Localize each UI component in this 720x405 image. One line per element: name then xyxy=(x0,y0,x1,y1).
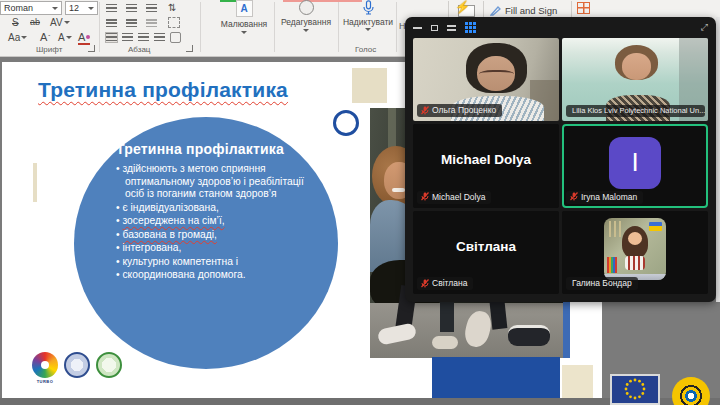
participant-tile-active-speaker[interactable]: I Iryna Maloman xyxy=(562,124,708,207)
photo-detail xyxy=(432,336,458,349)
chevron-down-icon xyxy=(66,36,72,39)
muted-mic-icon xyxy=(421,106,429,115)
shrink-label: A xyxy=(58,32,65,43)
font-color-label: A xyxy=(78,31,85,43)
strikethrough-button[interactable]: S xyxy=(12,17,19,28)
editing-label: Редагування xyxy=(281,17,331,27)
circle-outline-shape xyxy=(333,110,359,136)
align-center-button[interactable] xyxy=(122,33,133,42)
justify-button[interactable] xyxy=(154,33,165,42)
screen: Roman 12 S ab AV Aa Aˆ A A Шрифт ⇅ xyxy=(0,0,720,405)
avatar: I xyxy=(609,137,661,189)
fill-and-sign-label: Fill and Sign xyxy=(505,5,557,16)
participant-name-label: Iryna Maloman xyxy=(566,191,643,204)
font-name-combo[interactable]: Roman xyxy=(0,1,62,15)
character-spacing-button[interactable]: AV xyxy=(50,17,70,28)
participant-name-label: Lilia Klos Lviv Polytechnic National Un.… xyxy=(566,105,705,117)
chevron-down-icon xyxy=(21,36,27,39)
photo-detail xyxy=(625,256,645,270)
bubble-heading: Третинна профілактика xyxy=(116,141,308,157)
minimize-button[interactable] xyxy=(413,27,422,29)
turbo-logo: TURBO xyxy=(32,352,58,384)
participant-tile[interactable]: Lilia Klos Lviv Polytechnic National Un.… xyxy=(562,38,708,121)
photo-detail xyxy=(628,232,642,245)
zoom-meeting-window[interactable]: ⤢ Ольга Проценко xyxy=(405,17,716,302)
dictate-button[interactable]: Надиктувати xyxy=(340,0,396,44)
font-name-value: Roman xyxy=(4,3,52,13)
avatar-initial: I xyxy=(631,147,638,178)
trident-icon xyxy=(609,221,621,237)
sort-button[interactable]: ⇅ xyxy=(168,2,176,13)
restore-button[interactable] xyxy=(431,25,438,31)
line-spacing-button[interactable] xyxy=(146,19,157,28)
chevron-down-icon xyxy=(241,31,247,34)
ukraine-flag-icon xyxy=(649,222,662,231)
numbered-list-button[interactable] xyxy=(126,4,137,13)
participant-tile[interactable]: Галина Бондар xyxy=(562,211,708,294)
spacing-label: AV xyxy=(50,17,63,28)
fill-and-sign-button[interactable]: Fill and Sign xyxy=(490,5,557,16)
turbo-swirl-icon xyxy=(32,352,58,378)
shrink-font-button[interactable]: A xyxy=(58,32,72,43)
participant-tile[interactable]: Світлана Світлана xyxy=(413,211,559,294)
align-right-button[interactable] xyxy=(138,33,149,42)
participant-name: Michael Dolya xyxy=(432,192,485,202)
bullet-item: культурно компетентна і xyxy=(116,256,308,269)
zoom-titlebar: ⤢ xyxy=(405,17,716,38)
drawing-button[interactable]: A Малювання xyxy=(214,0,274,44)
lightning-icon: ⚡ xyxy=(455,0,470,14)
pen-nib-icon xyxy=(490,5,501,16)
bubble-shape: Третинна профілактика здійснюють з метою… xyxy=(74,117,338,369)
university-seal-logo xyxy=(64,352,90,378)
chevron-down-icon xyxy=(52,7,58,10)
align-left-button[interactable] xyxy=(106,33,117,42)
bullet-item: скоординована допомога. xyxy=(116,269,308,282)
participant-name: Ольга Проценко xyxy=(432,105,496,115)
change-case-button[interactable]: Aa xyxy=(8,32,27,43)
bullet-list-button[interactable] xyxy=(106,4,117,13)
text-box-button[interactable] xyxy=(168,17,180,28)
participant-name-label: Галина Бондар xyxy=(566,277,638,290)
photo-detail xyxy=(392,188,405,192)
beige-square-shape xyxy=(352,68,387,103)
photo-detail xyxy=(479,70,514,80)
increase-indent-button[interactable] xyxy=(126,19,137,28)
round-partner-logo xyxy=(672,377,710,405)
expand-button[interactable]: ⤢ xyxy=(701,22,708,33)
participant-display-name: Michael Dolya xyxy=(413,152,559,167)
quick-action-button[interactable]: ⚡ xyxy=(455,2,477,18)
photo-detail xyxy=(607,257,617,273)
font-size-combo[interactable]: 12 xyxy=(65,1,98,15)
view-menu-button[interactable] xyxy=(447,25,456,31)
eu-stars-icon xyxy=(612,376,658,403)
bullet-item: зосереджена на сім’ї, xyxy=(116,215,308,228)
multilevel-list-button[interactable] xyxy=(146,4,157,13)
slide-title: Третинна профілактика xyxy=(38,78,288,102)
green-circle-logo xyxy=(96,352,122,378)
paragraph-group-label: Абзац xyxy=(128,45,150,54)
bullet-item: інтегрована, xyxy=(116,242,308,255)
paragraph-dialog-launcher[interactable] xyxy=(186,45,193,52)
chevron-down-icon xyxy=(64,21,70,24)
participant-tile[interactable]: Michael Dolya Michael Dolya xyxy=(413,124,559,207)
strikethrough-alt-button[interactable]: ab xyxy=(30,17,40,27)
cream-square-shape xyxy=(562,365,593,398)
participant-tile[interactable]: Ольга Проценко xyxy=(413,38,559,121)
participant-name-label: Michael Dolya xyxy=(417,191,491,204)
grow-font-button[interactable]: Aˆ xyxy=(40,31,50,43)
font-color-button[interactable]: A xyxy=(78,31,90,45)
participant-name: Світлана xyxy=(432,278,467,288)
text-direction-button[interactable] xyxy=(170,32,181,43)
bubble-bullets: здійснюють з метою сприяння оптимальному… xyxy=(100,163,308,282)
dictate-label: Надиктувати xyxy=(343,17,393,27)
font-dialog-launcher[interactable] xyxy=(88,45,95,52)
participant-name: Iryna Maloman xyxy=(581,192,637,202)
editing-button[interactable]: Редагування xyxy=(276,0,336,44)
drawing-label: Малювання xyxy=(221,19,267,29)
gallery-view-grid-icon[interactable] xyxy=(465,22,476,33)
drawing-pen-icon: A xyxy=(236,0,253,17)
turbo-logo-text: TURBO xyxy=(37,379,54,384)
participant-name-label: Світлана xyxy=(417,277,473,290)
muted-mic-icon xyxy=(570,192,578,201)
decrease-indent-button[interactable] xyxy=(106,19,117,28)
